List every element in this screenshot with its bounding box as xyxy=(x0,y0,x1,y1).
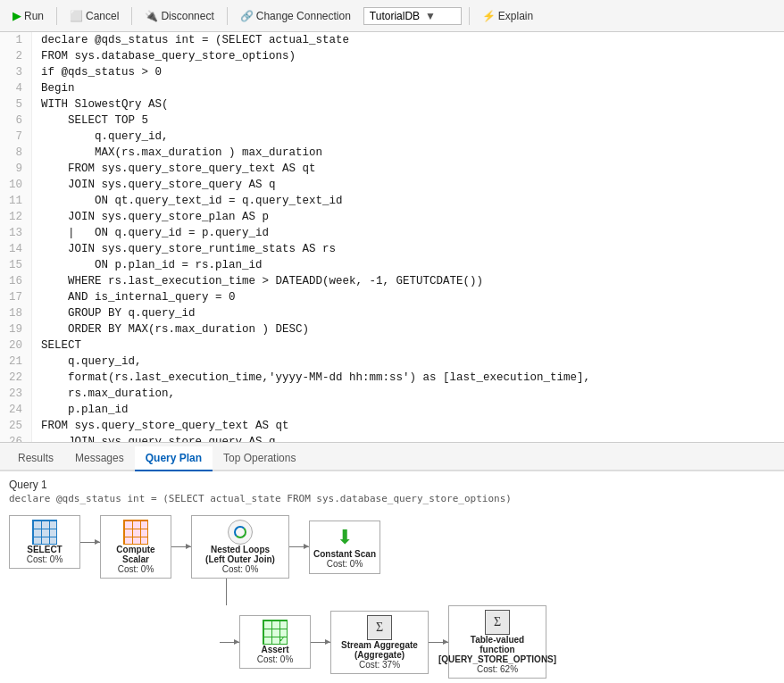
line-code: q.query_id, xyxy=(32,129,169,145)
query-label: Query 1 xyxy=(9,479,775,491)
arrow-3 xyxy=(289,546,309,547)
line-number: 10 xyxy=(0,177,32,193)
database-selector[interactable]: TutorialDB ▼ xyxy=(363,7,462,25)
compute-scalar-label: Compute Scalar xyxy=(104,545,167,564)
arrow-5 xyxy=(311,642,330,643)
nested-branch: Nested Loops (Left Outer Join) Cost: 0% … xyxy=(191,515,546,679)
line-code: ORDER BY MAX(rs.max_duration ) DESC) xyxy=(32,321,309,337)
line-code: if @qds_status > 0 xyxy=(32,64,162,80)
select-cost: Cost: 0% xyxy=(27,554,63,564)
line-number: 11 xyxy=(0,193,32,209)
tab-top-operations[interactable]: Top Operations xyxy=(213,446,306,471)
line-number: 20 xyxy=(0,337,32,354)
line-number: 9 xyxy=(0,161,32,177)
line-number: 23 xyxy=(0,386,32,402)
change-connection-label: Change Connection xyxy=(256,10,351,22)
code-line-6: 6 SELECT TOP 5 xyxy=(0,112,784,129)
stream-aggregate-icon: Σ xyxy=(367,615,392,640)
line-number: 14 xyxy=(0,241,32,257)
line-number: 4 xyxy=(0,80,32,96)
tvf-sublabel: [QUERY_STORE_OPTIONS] xyxy=(438,654,556,664)
query-plan-area: Query 1 declare @qds_status int = (SELEC… xyxy=(0,471,784,683)
assert-box: Assert Cost: 0% xyxy=(239,615,311,669)
plan-diagram: SELECT Cost: 0% Compute Scalar Cost: 0% xyxy=(9,515,775,679)
dropdown-arrow-icon: ▼ xyxy=(425,10,436,22)
line-number: 22 xyxy=(0,370,32,386)
line-code: WITH SlowestQry AS( xyxy=(32,96,169,112)
assert-cost: Cost: 0% xyxy=(257,654,294,664)
tvf-label: Table-valued function xyxy=(453,635,542,654)
line-code: | ON q.query_id = p.query_id xyxy=(32,225,269,241)
select-label: SELECT xyxy=(27,545,62,554)
select-icon xyxy=(32,520,57,545)
code-line-8: 8 MAX(rs.max_duration ) max_duration xyxy=(0,145,784,161)
line-code: ON p.plan_id = rs.plan_id xyxy=(32,257,263,273)
branch-upper: Nested Loops (Left Outer Join) Cost: 0% … xyxy=(191,515,546,579)
code-editor[interactable]: 1declare @qds_status int = (SELECT actua… xyxy=(0,32,784,443)
change-connection-icon: 🔗 xyxy=(240,10,254,22)
tab-query-plan[interactable]: Query Plan xyxy=(135,446,213,471)
stream-aggregate-label: Stream Aggregate xyxy=(341,640,418,650)
vertical-connector xyxy=(226,579,227,605)
constant-scan-icon: ⬇ xyxy=(337,526,353,549)
stream-aggregate-cost: Cost: 37% xyxy=(359,660,400,670)
line-code: format(rs.last_execution_time,'yyyy-MM-d… xyxy=(32,370,590,386)
result-tabs: ResultsMessagesQuery PlanTop Operations xyxy=(0,443,784,471)
select-node: SELECT Cost: 0% xyxy=(9,515,80,569)
code-line-3: 3if @qds_status > 0 xyxy=(0,64,784,80)
separator-4 xyxy=(469,7,470,25)
compute-scalar-icon xyxy=(123,520,148,545)
line-code: q.query_id, xyxy=(32,354,142,370)
code-line-18: 18 GROUP BY q.query_id xyxy=(0,305,784,321)
tab-messages[interactable]: Messages xyxy=(64,446,135,471)
nested-loops-sublabel: (Left Outer Join) xyxy=(205,554,275,564)
branch-lower: Assert Cost: 0% Σ Stream Aggregate (Aggr… xyxy=(220,605,546,679)
query-sql: declare @qds_status int = (SELECT actual… xyxy=(9,493,775,504)
run-button[interactable]: ▶ Run xyxy=(7,7,49,24)
code-line-23: 23 rs.max_duration, xyxy=(0,386,784,402)
line-code: JOIN sys.query_store_query AS q xyxy=(32,177,276,193)
line-number: 6 xyxy=(0,112,32,129)
code-line-16: 16 WHERE rs.last_execution_time > DATEAD… xyxy=(0,273,784,289)
code-line-13: 13 | ON q.query_id = p.query_id xyxy=(0,225,784,241)
explain-button[interactable]: ⚡ Explain xyxy=(477,8,538,24)
compute-scalar-box: Compute Scalar Cost: 0% xyxy=(100,515,171,579)
compute-node-group: Compute Scalar Cost: 0% xyxy=(100,515,191,579)
tab-results[interactable]: Results xyxy=(7,446,64,471)
nested-loops-node: Nested Loops (Left Outer Join) Cost: 0% xyxy=(191,515,289,579)
nested-inner-icon xyxy=(234,526,246,538)
code-line-7: 7 q.query_id, xyxy=(0,129,784,145)
change-connection-button[interactable]: 🔗 Change Connection xyxy=(235,8,356,24)
code-line-12: 12 JOIN sys.query_store_plan AS p xyxy=(0,209,784,225)
code-line-17: 17 AND is_internal_query = 0 xyxy=(0,289,784,305)
line-code: rs.max_duration, xyxy=(32,386,175,402)
line-code: SELECT xyxy=(32,337,81,354)
line-number: 2 xyxy=(0,48,32,64)
nested-loops-cost: Cost: 0% xyxy=(222,564,259,574)
disconnect-button[interactable]: 🔌 Disconnect xyxy=(139,8,219,24)
explain-label: Explain xyxy=(498,10,533,22)
disconnect-icon: 🔌 xyxy=(145,10,158,22)
disconnect-label: Disconnect xyxy=(161,10,213,22)
cancel-icon: ⬜ xyxy=(70,10,83,22)
code-line-10: 10 JOIN sys.query_store_query AS q xyxy=(0,177,784,193)
line-code: AND is_internal_query = 0 xyxy=(32,289,236,305)
line-code: p.plan_id xyxy=(32,402,129,418)
arrow-4 xyxy=(220,642,239,643)
line-code: MAX(rs.max_duration ) max_duration xyxy=(32,145,322,161)
line-code: declare @qds_status int = (SELECT actual… xyxy=(32,32,349,48)
stream-aggregate-box: Σ Stream Aggregate (Aggregate) Cost: 37% xyxy=(330,611,429,674)
cancel-label: Cancel xyxy=(86,10,119,22)
select-node-group: SELECT Cost: 0% xyxy=(9,515,100,569)
separator-3 xyxy=(227,7,228,25)
tvf-cost: Cost: 62% xyxy=(477,664,518,674)
tvf-icon: Σ xyxy=(485,610,510,635)
assert-icon xyxy=(263,620,288,645)
code-line-15: 15 ON p.plan_id = rs.plan_id xyxy=(0,257,784,273)
line-number: 25 xyxy=(0,418,32,434)
cancel-button[interactable]: ⬜ Cancel xyxy=(64,8,124,24)
constant-scan-cost: Cost: 0% xyxy=(327,559,363,569)
line-number: 19 xyxy=(0,321,32,337)
line-number: 21 xyxy=(0,354,32,370)
line-number: 26 xyxy=(0,434,32,443)
